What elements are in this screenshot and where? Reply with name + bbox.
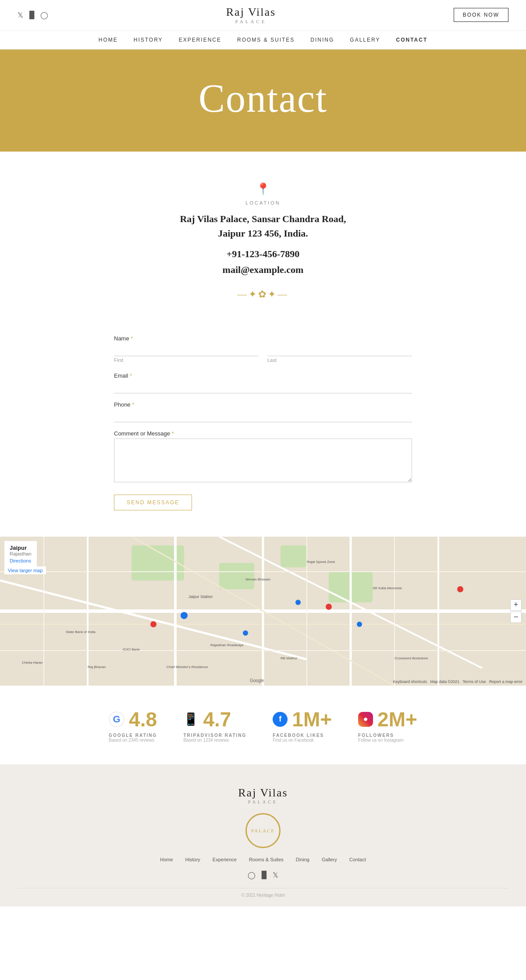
twitter-icon[interactable]: 𝕏 xyxy=(18,11,23,19)
map-zoom-out-button[interactable]: − xyxy=(510,612,522,623)
facebook-likes-icon: f xyxy=(273,712,288,727)
fb-likes-number: 1M+ xyxy=(292,708,332,731)
footer-brand-name: Raj Vilas xyxy=(18,786,508,800)
footer-nav-home[interactable]: Home xyxy=(160,857,173,862)
stat-tripadvisor: 📱 4.7 TRIPADVISOR RATING Based on 1234 r… xyxy=(183,708,246,743)
svg-text:Rajasthan Roadways: Rajasthan Roadways xyxy=(210,643,244,647)
footer-nav-rooms[interactable]: Rooms & Suites xyxy=(249,857,284,862)
map-section: Jaipur Station Nirman Bhawan Rajat Speed… xyxy=(0,537,526,686)
google-icon: G xyxy=(109,711,124,727)
footer-section: Raj Vilas PALACE PALACE Home History Exp… xyxy=(0,764,526,906)
nav-home[interactable]: HOME xyxy=(99,37,118,43)
hero-banner: Contact xyxy=(0,50,526,152)
svg-text:State Bank of India: State Bank of India xyxy=(66,630,96,634)
svg-rect-2 xyxy=(219,563,254,589)
svg-point-25 xyxy=(326,604,332,610)
ta-rating-number: 4.7 xyxy=(203,708,231,731)
svg-text:Rajat Speed Zone: Rajat Speed Zone xyxy=(307,560,335,564)
footer-nav-history[interactable]: History xyxy=(185,857,200,862)
svg-text:Crossword Bookstore: Crossword Bookstore xyxy=(394,656,428,660)
map-zoom-in-button[interactable]: + xyxy=(510,599,522,611)
footer-nav-gallery[interactable]: Gallery xyxy=(322,857,337,862)
map-footer: Keyboard shortcuts Map data ©2021 Terms … xyxy=(393,679,522,684)
ig-followers-label: FOLLOWERS xyxy=(358,733,394,738)
fb-likes-sub: Find us on Facebook xyxy=(273,738,313,743)
name-row: First Last xyxy=(114,343,412,363)
svg-text:Raj Bhavan: Raj Bhavan xyxy=(88,665,106,669)
nav-experience[interactable]: EXPERIENCE xyxy=(179,37,221,43)
nav-dining[interactable]: DINING xyxy=(310,37,334,43)
stat-google-top: G 4.8 xyxy=(109,708,157,731)
brand-name: Raj Vilas xyxy=(48,6,453,19)
facebook-icon[interactable]: █ xyxy=(29,11,34,19)
footer-nav-dining[interactable]: Dining xyxy=(296,857,309,862)
instagram-icon[interactable]: ◯ xyxy=(40,11,48,19)
stat-ig-top: ● 2M+ xyxy=(358,708,417,731)
map-city: Jaipur xyxy=(10,545,32,551)
google-rating-number: 4.8 xyxy=(129,708,157,731)
stat-fb-top: f 1M+ xyxy=(273,708,332,731)
nav-gallery[interactable]: GALLERY xyxy=(350,37,380,43)
svg-point-24 xyxy=(150,621,156,627)
name-field-group: Name * First Last xyxy=(114,335,412,364)
email-input[interactable] xyxy=(114,381,412,393)
first-label: First xyxy=(114,357,259,363)
stat-instagram: ● 2M+ FOLLOWERS Follow us on Instagram xyxy=(358,708,417,743)
svg-text:Google: Google xyxy=(250,678,264,683)
brand: Raj Vilas PALACE xyxy=(48,6,453,24)
instagram-followers-icon: ● xyxy=(358,712,373,727)
message-label: Comment or Message * xyxy=(114,430,412,437)
phone-input[interactable] xyxy=(114,410,412,422)
svg-text:Chief Minister's Residence: Chief Minister's Residence xyxy=(167,665,208,669)
footer-social-icons: ◯ █ 𝕏 xyxy=(18,871,508,879)
first-name-input[interactable] xyxy=(114,343,259,356)
footer-nav-contact[interactable]: Contact xyxy=(349,857,366,862)
map-view-larger-link[interactable]: View larger map xyxy=(4,566,46,574)
top-bar: 𝕏 █ ◯ Raj Vilas PALACE BOOK NOW xyxy=(0,0,526,31)
svg-text:Chinta Haran: Chinta Haran xyxy=(22,661,43,665)
footer-nav: Home History Experience Rooms & Suites D… xyxy=(18,857,508,862)
ig-followers-sub: Follow us on Instagram xyxy=(358,738,403,743)
message-textarea[interactable] xyxy=(114,439,412,482)
send-message-button[interactable]: SEND MESSAGE xyxy=(114,495,192,510)
map-roads-svg: Jaipur Station Nirman Bhawan Rajat Speed… xyxy=(0,537,526,686)
address-line1: Raj Vilas Palace, Sansar Chandra Road, xyxy=(180,213,346,224)
contact-email: mail@example.com xyxy=(18,264,508,276)
nav-history[interactable]: HISTORY xyxy=(134,37,163,43)
ig-followers-number: 2M+ xyxy=(377,708,417,731)
address-line2: Jaipur 123 456, India. xyxy=(218,228,308,239)
stat-google: G 4.8 GOOGLE RATING Based on 2345 review… xyxy=(109,708,157,743)
google-rating-label: GOOGLE RATING xyxy=(109,733,157,738)
ornament-divider: ―✦✿✦― xyxy=(18,289,508,300)
nav-contact[interactable]: CONTACT xyxy=(396,37,428,43)
svg-point-20 xyxy=(181,612,188,619)
ta-rating-sub: Based on 1234 reviews xyxy=(183,738,229,743)
social-icons: 𝕏 █ ◯ xyxy=(18,11,48,19)
map-info-box: Jaipur Rajasthan Directions xyxy=(4,541,37,567)
footer-brand-sub: PALACE xyxy=(18,800,508,804)
svg-text:Nirman Bhawan: Nirman Bhawan xyxy=(245,577,270,581)
map-zoom-controls: + − xyxy=(510,599,522,623)
svg-text:ICICI Bank: ICICI Bank xyxy=(123,647,140,651)
brand-sub: PALACE xyxy=(48,19,453,24)
location-pin-icon: 📍 xyxy=(18,182,508,196)
map-directions-link[interactable]: Directions xyxy=(10,558,32,563)
stats-section: G 4.8 GOOGLE RATING Based on 2345 review… xyxy=(0,686,526,764)
footer-facebook-icon[interactable]: █ xyxy=(262,871,267,879)
footer-nav-experience[interactable]: Experience xyxy=(213,857,237,862)
svg-point-23 xyxy=(243,630,248,636)
contact-phone: +91-123-456-7890 xyxy=(18,248,508,260)
last-name-input[interactable] xyxy=(267,343,412,356)
phone-label: Phone * xyxy=(114,401,412,408)
map-state: Rajasthan xyxy=(10,551,32,556)
book-now-button[interactable]: BOOK NOW xyxy=(454,8,508,22)
google-rating-sub: Based on 2345 reviews xyxy=(109,738,154,743)
footer-twitter-icon[interactable]: 𝕏 xyxy=(273,871,278,879)
main-nav: HOME HISTORY EXPERIENCE ROOMS & SUITES D… xyxy=(0,31,526,50)
footer-copyright: © 2021 Heritage Hotel xyxy=(18,888,508,898)
footer-instagram-icon[interactable]: ◯ xyxy=(248,871,256,879)
svg-text:RB Mathur: RB Mathur xyxy=(281,656,298,660)
email-label: Email * xyxy=(114,372,412,379)
nav-rooms[interactable]: ROOMS & SUITES xyxy=(237,37,295,43)
map-placeholder: Jaipur Station Nirman Bhawan Rajat Speed… xyxy=(0,537,526,686)
